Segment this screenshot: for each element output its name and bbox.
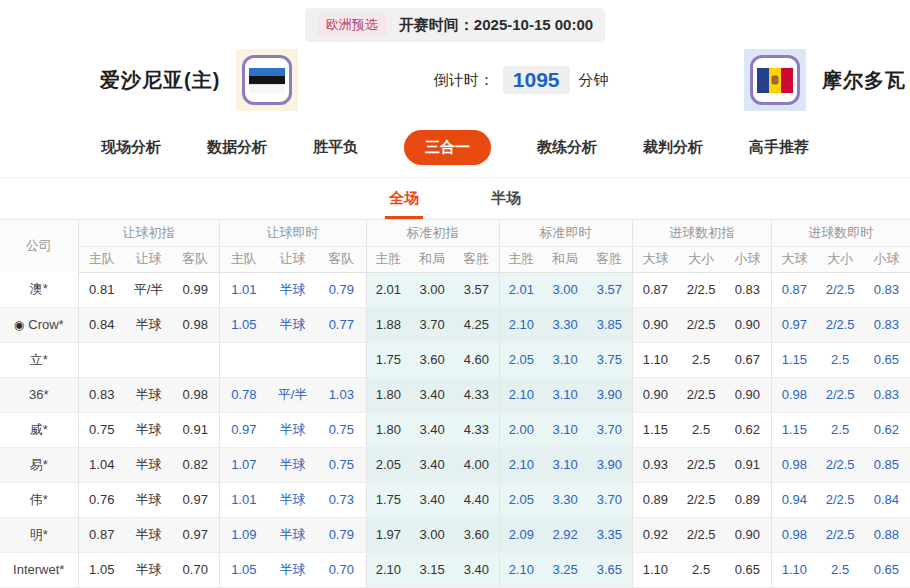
odds-cell: 2/2.5 bbox=[817, 377, 863, 412]
odds-cell: 3.30 bbox=[543, 307, 587, 342]
odds-cell: 3.40 bbox=[410, 482, 454, 517]
countdown-unit: 分钟 bbox=[579, 71, 609, 90]
odds-cell: 半球 bbox=[125, 307, 172, 342]
odds-cell: 0.98 bbox=[771, 377, 817, 412]
odds-cell: 2.10 bbox=[366, 552, 410, 587]
odds-cell: 3.00 bbox=[410, 272, 454, 307]
odds-cell: 1.03 bbox=[317, 377, 366, 412]
odds-cell: 2.05 bbox=[499, 342, 543, 377]
company-cell: 威* bbox=[0, 412, 78, 447]
odds-cell: 0.84 bbox=[863, 482, 910, 517]
odds-cell: 1.88 bbox=[366, 307, 410, 342]
odds-cell bbox=[268, 342, 317, 377]
odds-cell: 半球 bbox=[125, 552, 172, 587]
moldova-flag bbox=[750, 55, 800, 105]
odds-cell: 0.98 bbox=[771, 447, 817, 482]
odds-cell: 0.87 bbox=[632, 272, 678, 307]
company-cell: 36* bbox=[0, 377, 78, 412]
odds-cell: 4.33 bbox=[454, 377, 499, 412]
odds-table: 公司 让球初指 让球即时 标准初指 标准即时 进球数初指 进球数即时 主队 让球… bbox=[0, 220, 910, 588]
odds-cell: 半球 bbox=[125, 517, 172, 552]
away-team-name: 摩尔多瓦 bbox=[822, 67, 906, 94]
odds-cell: 2.5 bbox=[817, 342, 863, 377]
tab-win-draw-lose[interactable]: 胜平负 bbox=[313, 138, 358, 157]
tab-referee-analysis[interactable]: 裁判分析 bbox=[643, 138, 703, 157]
col-header: 主胜 bbox=[499, 246, 543, 272]
odds-cell: 1.04 bbox=[78, 447, 125, 482]
subtab-full-match[interactable]: 全场 bbox=[385, 178, 423, 219]
odds-cell: 0.83 bbox=[724, 272, 771, 307]
match-info-pill: 欧洲预选 开赛时间：2025-10-15 00:00 bbox=[305, 8, 605, 42]
odds-cell: 2.09 bbox=[499, 517, 543, 552]
subtab-half-match[interactable]: 半场 bbox=[487, 178, 525, 219]
odds-cell: 3.70 bbox=[410, 307, 454, 342]
odds-cell: 1.10 bbox=[771, 552, 817, 587]
odds-cell: 3.40 bbox=[454, 552, 499, 587]
company-header: 公司 bbox=[0, 220, 78, 272]
tab-three-in-one[interactable]: 三合一 bbox=[404, 130, 491, 165]
tab-live-analysis[interactable]: 现场分析 bbox=[101, 138, 161, 157]
odds-cell: 0.75 bbox=[78, 412, 125, 447]
odds-cell: 3.10 bbox=[543, 342, 587, 377]
odds-cell: 0.79 bbox=[317, 272, 366, 307]
period-subtabs: 全场 半场 bbox=[0, 177, 910, 220]
odds-cell: 0.81 bbox=[78, 272, 125, 307]
odds-cell: 2.00 bbox=[499, 412, 543, 447]
odds-cell: 2.10 bbox=[499, 552, 543, 587]
odds-cell: 1.80 bbox=[366, 412, 410, 447]
odds-cell: 2.10 bbox=[499, 377, 543, 412]
odds-cell: 0.65 bbox=[863, 342, 910, 377]
odds-cell: 半球 bbox=[125, 447, 172, 482]
odds-cell: 3.35 bbox=[587, 517, 632, 552]
odds-cell bbox=[78, 342, 125, 377]
odds-cell: 0.85 bbox=[863, 447, 910, 482]
odds-cell: 3.10 bbox=[543, 377, 587, 412]
league-badge: 欧洲预选 bbox=[317, 13, 387, 37]
odds-cell: 半球 bbox=[268, 447, 317, 482]
group-header-goals-live: 进球数即时 bbox=[771, 220, 910, 246]
kickoff-time: 开赛时间：2025-10-15 00:00 bbox=[399, 16, 593, 35]
countdown-label: 倒计时： bbox=[434, 71, 494, 90]
odds-cell: 0.90 bbox=[724, 517, 771, 552]
odds-cell: 0.99 bbox=[172, 272, 219, 307]
company-cell: Interwet* bbox=[0, 552, 78, 587]
odds-cell: 半球 bbox=[268, 272, 317, 307]
teams-row: 爱沙尼亚(主) 倒计时： 1095 分钟 摩尔多瓦 bbox=[0, 42, 910, 120]
odds-cell: 半球 bbox=[268, 307, 317, 342]
table-row: ◉Crow*0.84半球0.981.05半球0.771.883.704.252.… bbox=[0, 307, 910, 342]
odds-cell: 0.98 bbox=[172, 307, 219, 342]
odds-cell: 0.79 bbox=[317, 517, 366, 552]
col-header: 大小 bbox=[678, 246, 724, 272]
odds-cell: 2.05 bbox=[499, 482, 543, 517]
odds-cell: 0.62 bbox=[724, 412, 771, 447]
odds-cell: 0.92 bbox=[632, 517, 678, 552]
odds-table-body: 澳*0.81平/半0.991.01半球0.792.013.003.572.013… bbox=[0, 272, 910, 587]
estonia-flag bbox=[242, 55, 292, 105]
odds-cell: 3.15 bbox=[410, 552, 454, 587]
table-row: 伟*0.76半球0.971.01半球0.731.753.404.402.053.… bbox=[0, 482, 910, 517]
odds-cell: 1.05 bbox=[78, 552, 125, 587]
odds-cell: 1.15 bbox=[771, 412, 817, 447]
odds-cell: 0.90 bbox=[724, 307, 771, 342]
col-header: 让球 bbox=[125, 246, 172, 272]
odds-cell: 0.84 bbox=[78, 307, 125, 342]
table-row: 立*1.753.604.602.053.103.751.102.50.671.1… bbox=[0, 342, 910, 377]
col-header: 小球 bbox=[724, 246, 771, 272]
odds-cell: 3.25 bbox=[543, 552, 587, 587]
tab-expert-picks[interactable]: 高手推荐 bbox=[749, 138, 809, 157]
odds-cell: 0.83 bbox=[863, 272, 910, 307]
odds-cell: 3.30 bbox=[543, 482, 587, 517]
odds-cell: 0.97 bbox=[771, 307, 817, 342]
kickoff-value: 2025-10-15 00:00 bbox=[474, 16, 593, 33]
odds-cell: 1.10 bbox=[632, 342, 678, 377]
tab-data-analysis[interactable]: 数据分析 bbox=[207, 138, 267, 157]
odds-cell: 半球 bbox=[268, 552, 317, 587]
odds-cell: 0.98 bbox=[771, 517, 817, 552]
col-header: 和局 bbox=[543, 246, 587, 272]
kickoff-label: 开赛时间： bbox=[399, 16, 474, 33]
odds-cell: 0.97 bbox=[219, 412, 268, 447]
odds-cell: 半球 bbox=[125, 377, 172, 412]
odds-cell: 半球 bbox=[268, 412, 317, 447]
tab-coach-analysis[interactable]: 教练分析 bbox=[537, 138, 597, 157]
countdown: 倒计时： 1095 分钟 bbox=[298, 66, 744, 94]
